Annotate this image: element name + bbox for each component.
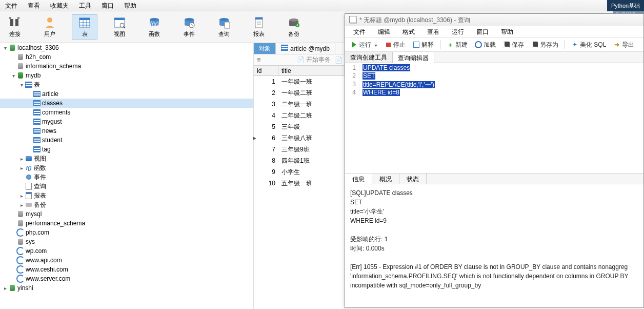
explain-button[interactable]: 解释: [411, 40, 436, 50]
table-row[interactable]: 10五年级一班: [254, 178, 346, 189]
toolbar-connect[interactable]: 连接: [2, 15, 28, 39]
node-queries[interactable]: 查询: [0, 182, 253, 191]
toolbar-fx[interactable]: f(x)函数: [142, 15, 167, 39]
menu-2[interactable]: 收藏夹: [45, 0, 74, 11]
cell-title[interactable]: 一年级二班: [278, 88, 346, 99]
expander[interactable]: ▸: [18, 165, 25, 171]
db-mydb[interactable]: ▾mydb: [0, 71, 253, 80]
menu-4[interactable]: 窗口: [96, 0, 119, 11]
table-article[interactable]: article: [0, 89, 253, 99]
table-row[interactable]: 1一年级一班: [254, 76, 346, 87]
table-row[interactable]: ▶6三年级八班: [254, 132, 346, 144]
new-button[interactable]: 新建: [445, 40, 470, 50]
qmenu-0[interactable]: 文件: [347, 26, 372, 37]
cell-id[interactable]: 10: [254, 179, 278, 188]
qmenu-4[interactable]: 运行: [446, 26, 470, 37]
menu-0[interactable]: 文件: [0, 0, 23, 11]
db-h2h_com[interactable]: h2h_com: [0, 52, 253, 62]
table-row[interactable]: 2一年级二班: [254, 87, 346, 99]
cell-title[interactable]: 二年级二班: [278, 110, 346, 121]
table-row[interactable]: 9小学生: [254, 166, 346, 178]
load-button[interactable]: 加载: [473, 40, 498, 50]
table-row[interactable]: 4二年级二班: [254, 110, 346, 121]
node-tables[interactable]: ▾表: [0, 80, 253, 89]
qmenu-6[interactable]: 帮助: [495, 26, 519, 37]
node-fx[interactable]: ▸f()函数: [0, 163, 253, 172]
toolbar-view[interactable]: 视图: [107, 15, 132, 39]
result-tab-2[interactable]: 状态: [399, 173, 427, 184]
toolbar-query[interactable]: 查询: [211, 15, 237, 39]
toolbar-table[interactable]: 表: [72, 14, 97, 40]
expander[interactable]: ▸: [18, 202, 25, 208]
menu-3[interactable]: 工具: [74, 0, 96, 11]
hamburger-icon[interactable]: ≡: [257, 56, 261, 64]
db-tree[interactable]: ▾localhost_3306h2h_cominformation_schema…: [0, 43, 254, 309]
db-www.server.com[interactable]: www.server.com: [0, 274, 253, 283]
table-comments[interactable]: comments: [0, 108, 253, 117]
result-tab-1[interactable]: 概况: [372, 173, 399, 184]
tab-article[interactable]: article @mydb: [276, 43, 335, 54]
menu-1[interactable]: 查看: [23, 0, 45, 11]
qmenu-1[interactable]: 编辑: [372, 26, 396, 37]
toolbar-backup[interactable]: 备份: [281, 15, 307, 39]
db-www.api.com[interactable]: www.api.com: [0, 256, 253, 265]
cell-title[interactable]: 三年级八班: [278, 133, 346, 144]
cell-title[interactable]: 一年级一班: [278, 76, 346, 87]
db-wp.com[interactable]: wp.com: [0, 246, 253, 256]
table-student[interactable]: student: [0, 136, 253, 145]
db-performance_schema[interactable]: performance_schema: [0, 219, 253, 228]
sql-editor[interactable]: 1234 UPDATE classesSETtitle=REPLACE(titl…: [345, 63, 643, 98]
conn-localhost[interactable]: ▾localhost_3306: [0, 43, 253, 52]
toolbar-report[interactable]: 报表: [246, 15, 272, 39]
beautify-button[interactable]: 美化 SQL: [569, 40, 608, 50]
col-header-title[interactable]: title: [278, 66, 346, 75]
cell-title[interactable]: 小学生: [278, 167, 346, 178]
qmenu-5[interactable]: 窗口: [470, 26, 495, 37]
toolbar-user[interactable]: 用户: [37, 15, 63, 39]
expander[interactable]: ▾: [10, 73, 16, 79]
table-mygust[interactable]: mygust: [0, 117, 253, 126]
node-views[interactable]: ▸视图: [0, 154, 253, 163]
table-classes[interactable]: classes: [0, 99, 253, 108]
expander[interactable]: ▸: [18, 193, 25, 199]
cell-id[interactable]: 5: [254, 122, 278, 131]
db-information_schema[interactable]: information_schema: [0, 62, 253, 71]
output-panel[interactable]: [SQL]UPDATE classesSETtitle='小学生'WHERE i…: [345, 184, 643, 307]
cell-title[interactable]: 四年级1班: [278, 156, 346, 166]
cell-id[interactable]: 4: [254, 111, 278, 120]
table-news[interactable]: news: [0, 126, 253, 136]
more-icon[interactable]: 📄: [335, 56, 343, 64]
saveas-button[interactable]: 另存为: [529, 40, 560, 50]
cell-title[interactable]: 二年级一班: [278, 99, 346, 110]
cell-id[interactable]: 7: [254, 145, 278, 154]
table-row[interactable]: 7三年级9班: [254, 144, 346, 155]
expander[interactable]: ▸: [2, 285, 8, 291]
export-button[interactable]: 导出: [611, 40, 636, 50]
node-reports[interactable]: ▸报表: [0, 191, 253, 200]
tab-objects[interactable]: 对象: [254, 43, 276, 54]
data-grid[interactable]: id title 1一年级一班2一年级二班3二年级一班4二年级二班5三年级▶6三…: [254, 66, 346, 189]
expander[interactable]: ▾: [2, 45, 8, 51]
table-row[interactable]: 8四年级1班: [254, 155, 346, 166]
node-events[interactable]: 事件: [0, 172, 253, 182]
cell-id[interactable]: 3: [254, 100, 278, 109]
cell-id[interactable]: 9: [254, 167, 278, 177]
db-mysql[interactable]: mysql: [0, 209, 253, 219]
begin-transaction-button[interactable]: 📄 开始事务: [297, 55, 331, 64]
expander[interactable]: ▸: [18, 156, 25, 162]
db-www.ceshi.com[interactable]: www.ceshi.com: [0, 265, 253, 274]
save-button[interactable]: 保存: [501, 40, 526, 50]
qmenu-2[interactable]: 格式: [396, 26, 421, 37]
node-backup[interactable]: ▸备份: [0, 200, 253, 209]
expander[interactable]: ▾: [18, 82, 25, 88]
cell-title[interactable]: 三年级: [278, 122, 346, 132]
db-sys[interactable]: sys: [0, 237, 253, 246]
cell-title[interactable]: 三年级9班: [278, 144, 346, 155]
cell-title[interactable]: 五年级一班: [278, 178, 346, 189]
stop-button[interactable]: 停止: [383, 40, 408, 50]
conn-yinshi[interactable]: ▸yinshi: [0, 283, 253, 293]
cell-id[interactable]: 2: [254, 88, 278, 98]
toolbar-event[interactable]: 事件: [176, 15, 202, 39]
cell-id[interactable]: 1: [254, 77, 278, 86]
menu-5[interactable]: 帮助: [119, 0, 142, 11]
